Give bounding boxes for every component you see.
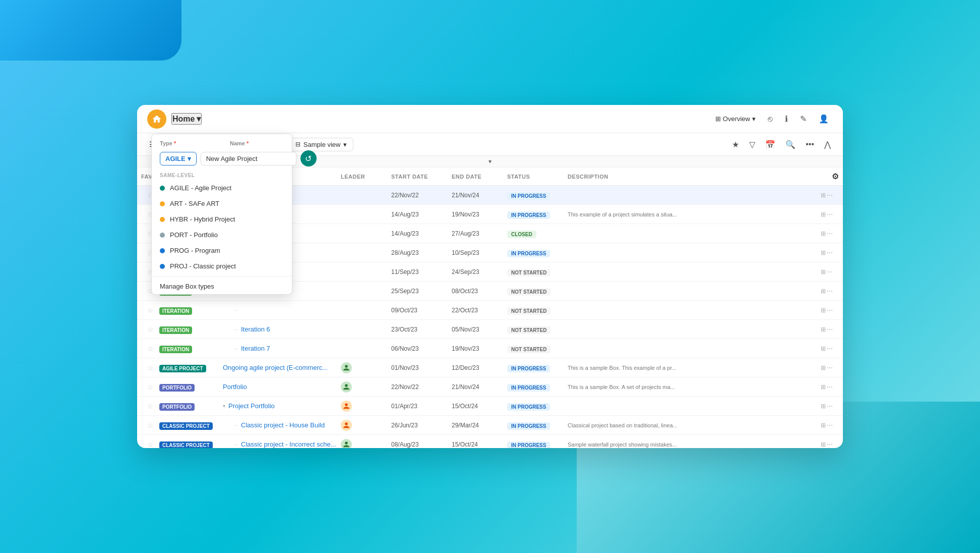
row-name-link[interactable]: Classic project - Incorrect sche... (241, 440, 336, 448)
row-name-link[interactable]: Classic project - House Build (241, 421, 325, 429)
table-row: ☆PORTFOLIOPortfolio22/Nov/2221/Nov/24IN … (137, 377, 843, 397)
row-more-icon[interactable]: ⋯ (827, 422, 833, 429)
row-more-icon[interactable]: ⋯ (827, 383, 833, 391)
type-option-proj[interactable]: PROJ - Classic project (152, 258, 292, 274)
end-date-cell: 08/Oct/23 (452, 288, 507, 295)
row-more-icon[interactable]: ⋯ (827, 326, 833, 333)
description-cell: Sample waterfall project showing mistake… (568, 441, 821, 448)
col-settings-icon[interactable]: ⚙ (821, 172, 839, 181)
type-option-label: PROJ - Classic project (170, 262, 236, 270)
info-btn[interactable]: ℹ (781, 112, 792, 126)
favorite-star-icon[interactable]: ☆ (147, 383, 154, 391)
type-option-agile[interactable]: AGILE - Agile Project (152, 180, 292, 196)
confirm-btn[interactable]: ↺ (300, 150, 317, 167)
status-badge: IN PROGRESS (507, 250, 550, 257)
row-more-icon[interactable]: ⋯ (827, 364, 833, 371)
favorite-star-icon[interactable]: ☆ (147, 306, 154, 314)
row-grid-icon[interactable]: ⊞ (821, 192, 826, 199)
row-grid-icon[interactable]: ⊞ (821, 422, 826, 429)
row-more-icon[interactable]: ⋯ (827, 230, 833, 237)
user-btn[interactable]: 👤 (815, 112, 833, 126)
name-cell: →Classic project - Incorrect sche... (220, 440, 341, 448)
home-icon[interactable] (147, 109, 166, 129)
row-grid-icon[interactable]: ⊞ (821, 230, 826, 237)
star-filter-btn[interactable]: ★ (728, 138, 743, 151)
collapse-btn[interactable]: ⋀ (820, 138, 835, 151)
start-date-cell: 01/Nov/23 (391, 364, 452, 371)
row-name-link[interactable]: Iteration 7 (241, 345, 270, 352)
end-date-cell: 19/Nov/23 (452, 345, 507, 352)
status-cell: IN PROGRESS (507, 210, 568, 219)
settings-btn[interactable]: ✎ (796, 112, 811, 126)
row-more-icon[interactable]: ⋯ (827, 211, 833, 218)
project-name-input[interactable] (201, 152, 296, 165)
manage-box-types-link[interactable]: Manage Box types (152, 279, 292, 294)
end-date-cell: 15/Oct/24 (452, 441, 507, 448)
row-grid-icon[interactable]: ⊞ (821, 249, 826, 256)
type-cell: ITERATION (159, 306, 220, 315)
favorite-star-icon[interactable]: ☆ (147, 402, 154, 410)
type-option-label: PROG - Program (170, 247, 220, 254)
row-grid-icon[interactable]: ⊞ (821, 268, 826, 275)
more-btn[interactable]: ••• (802, 138, 818, 151)
row-actions-cell: ⊞⋯ (821, 326, 839, 333)
row-more-icon[interactable]: ⋯ (827, 403, 833, 410)
filter-btn[interactable]: ▽ (745, 138, 759, 151)
row-more-icon[interactable]: ⋯ (827, 345, 833, 352)
row-actions-cell: ⊞⋯ (821, 288, 839, 295)
status-cell: NOT STARTED (507, 267, 568, 276)
row-more-icon[interactable]: ⋯ (827, 268, 833, 275)
search-btn[interactable]: 🔍 (781, 138, 800, 151)
favorite-star-icon[interactable]: ☆ (147, 421, 154, 429)
row-grid-icon[interactable]: ⊞ (821, 326, 826, 333)
row-name-link[interactable]: Iteration 6 (241, 325, 270, 333)
row-grid-icon[interactable]: ⊞ (821, 441, 826, 448)
row-more-icon[interactable]: ⋯ (827, 249, 833, 256)
row-grid-icon[interactable]: ⊞ (821, 383, 826, 391)
row-grid-icon[interactable]: ⊞ (821, 364, 826, 371)
start-date-cell: 06/Nov/23 (391, 345, 452, 352)
row-grid-icon[interactable]: ⊞ (821, 403, 826, 410)
type-cell: ITERATION (159, 325, 220, 334)
share-btn[interactable]: ⎋ (764, 113, 777, 126)
type-option-art[interactable]: ART - SAFe ART (152, 196, 292, 211)
home-title-btn[interactable]: Home ▾ (171, 113, 202, 125)
row-more-icon[interactable]: ⋯ (827, 307, 833, 314)
row-more-icon[interactable]: ⋯ (827, 288, 833, 295)
type-option-port[interactable]: PORT - Portfolio (152, 227, 292, 243)
row-name-link[interactable]: Ongoing agile project (E-commerc... (223, 364, 328, 371)
row-grid-icon[interactable]: ⊞ (821, 288, 826, 295)
row-actions-cell: ⊞⋯ (821, 307, 839, 314)
fav-cell: ☆ (141, 383, 159, 391)
row-grid-icon[interactable]: ⊞ (821, 211, 826, 218)
favorite-star-icon[interactable]: ☆ (147, 325, 154, 334)
favorite-star-icon[interactable]: ☆ (147, 345, 154, 353)
row-grid-icon[interactable]: ⊞ (821, 307, 826, 314)
title-text: Home (172, 115, 195, 124)
row-name-link[interactable]: Portfolio (223, 383, 247, 391)
row-expand-icon[interactable]: ▾ (223, 403, 225, 409)
type-select-btn[interactable]: AGILE ▾ (160, 152, 197, 165)
favorite-star-icon[interactable]: ☆ (147, 440, 154, 449)
leader-avatar (341, 439, 352, 449)
sample-view-btn[interactable]: ⊟ Sample view ▾ (289, 138, 354, 151)
popup-type-label: Type (160, 140, 176, 146)
status-badge: NOT STARTED (507, 269, 550, 276)
row-grid-icon[interactable]: ⊞ (821, 345, 826, 352)
start-date-cell: 22/Nov/22 (391, 383, 452, 391)
favorite-star-icon[interactable]: ☆ (147, 364, 154, 372)
status-badge: IN PROGRESS (507, 441, 550, 449)
type-option-prog[interactable]: PROG - Program (152, 243, 292, 258)
calendar-btn[interactable]: 📅 (761, 138, 779, 151)
type-option-hybr[interactable]: HYBR - Hybrid Project (152, 211, 292, 227)
overview-btn[interactable]: ⊞ Overview ▾ (711, 113, 760, 125)
row-name-link[interactable]: Project Portfolio (228, 402, 275, 410)
end-date-cell: 15/Oct/24 (452, 403, 507, 410)
end-date-cell: 22/Oct/23 (452, 307, 507, 314)
row-more-icon[interactable]: ⋯ (827, 441, 833, 448)
end-date-cell: 24/Sep/23 (452, 268, 507, 275)
row-actions-cell: ⊞⋯ (821, 403, 839, 410)
row-more-icon[interactable]: ⋯ (827, 192, 833, 199)
collapse-toggle-btn[interactable]: ▾ (488, 158, 492, 165)
status-cell: IN PROGRESS (507, 363, 568, 372)
